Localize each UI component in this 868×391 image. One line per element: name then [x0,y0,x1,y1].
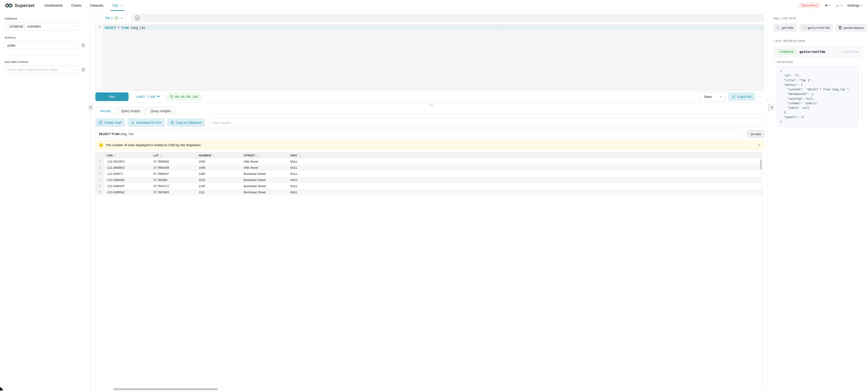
column-header-unit[interactable]: UNIT [287,154,324,157]
table-select-placeholder: Select table or type to search tables [7,68,58,71]
clock-icon [169,95,173,99]
nav-dashboards[interactable]: Dashboards [44,0,63,11]
table-row[interactable]: 1 -122.3912672 37.7690928 1550 04th Stre… [96,159,434,165]
query-preview-row: SELECT * from long_lat 1k rows [95,130,434,138]
superset-infinity-icon [5,3,13,8]
line-number: 1 [96,26,103,29]
schema-label: Schema [4,36,86,39]
sort-icons[interactable] [160,154,162,157]
table-schema-label: See table schema [4,60,86,64]
datasource-sidebar: Database postgresql examples Schema publ… [0,11,90,195]
tab-results[interactable]: Results [95,107,116,115]
nav-charts[interactable]: Charts [71,0,81,11]
schema-select[interactable]: public [4,41,79,50]
table-row[interactable]: 4 -122.4285341 37.780385 1142 Buchanan S… [96,177,434,183]
editor-toolbar: Run LIMIT: 1 000 00:00:00.189 Save [95,91,434,103]
table-row[interactable]: 5 -122.4285247 37.7803172 1140 Buchanan … [96,183,434,189]
sql-lab-app: Superset Dashboards Charts Datasets SQL … [0,0,434,195]
warning-text: The number of rows displayed is limited … [105,143,202,147]
chevron-down-icon [120,4,123,7]
main-nav: Dashboards Charts Datasets SQL [44,0,122,11]
sort-icons[interactable] [114,154,116,157]
database-label: Database [4,17,86,20]
editor-gutter: 1 [96,24,103,91]
editor-tab-strip: ⋮⋮ Tab 1 ✕ + [95,13,434,22]
table-row[interactable]: 3 -122.428577 37.7806267 1160 Buchanan S… [96,171,434,177]
brand-name: Superset [14,3,34,8]
drag-handle-icon: ⋮⋮ [98,17,103,20]
new-tab-button[interactable]: + [135,15,140,21]
run-query-button[interactable]: Run [95,92,128,101]
column-header-lon[interactable]: LON [104,154,151,157]
table-row[interactable]: 6 -122.4289542 37.7802883 1111 Buchanan … [96,189,434,195]
column-header-lat[interactable]: LAT [151,154,196,157]
chevron-down-icon [73,69,76,71]
query-preview: SELECT * from long_lat [95,130,434,138]
chevron-down-icon [74,25,76,28]
sort-icons[interactable] [213,154,215,157]
caret-down-icon [157,96,160,97]
editor-tab-title: Tab 1 [105,16,113,20]
copy-icon [170,121,174,124]
chevron-left-icon [90,106,92,109]
nav-sql[interactable]: SQL [112,0,123,11]
database-type-tag: postgresql [7,24,25,29]
table-select[interactable]: Select table or type to search tables [4,65,79,74]
results-table: LON LAT NUMBER STREET UNIT 1 -122.391267… [95,152,434,195]
sort-icons[interactable] [299,154,301,157]
download-icon [131,121,134,124]
refresh-tables-icon[interactable] [81,67,86,72]
timer-value: 00:00:00.189 [175,95,198,99]
tab-query-history[interactable]: Query history [117,107,145,115]
table-header-row: LON LAT NUMBER STREET UNIT [96,152,434,159]
sql-lab-main: ⋮⋮ Tab 1 ✕ + 1 SELECT * from long_lat Ru… [90,11,434,195]
editor-tab-1[interactable]: ⋮⋮ Tab 1 ✕ [95,13,132,22]
table-row[interactable]: 2 -122.3908502 37.7694259 1505 04th Stre… [96,165,434,171]
database-select[interactable]: postgresql examples [4,22,80,30]
sql-code-editor[interactable]: 1 SELECT * from long_lat [95,24,434,91]
limit-dropdown[interactable]: LIMIT: 1 000 [136,95,160,99]
top-navbar: Superset Dashboards Charts Datasets SQL … [0,0,434,11]
active-line-highlight [103,25,434,30]
sort-icons[interactable] [257,154,259,157]
download-csv-button[interactable]: Download to CSV [127,118,165,127]
chart-icon [99,121,102,124]
warning-icon: ! [99,143,103,147]
column-header-number[interactable]: NUMBER [196,154,241,157]
database-value: examples [27,25,41,28]
refresh-schema-icon[interactable] [81,43,86,48]
collapse-left-panel-button[interactable] [88,104,94,111]
query-timer: 00:00:00.189 [166,93,201,101]
schema-value: public [7,43,16,47]
nav-datasets[interactable]: Datasets [90,0,103,11]
filter-results-input[interactable] [209,118,434,127]
tab-query-insights[interactable]: Query Insights [146,107,176,115]
superset-logo[interactable]: Superset [5,3,34,8]
pane-resize-grip-icon[interactable] [429,103,433,106]
results-action-row: Create chart Download to CSV Copy to Cli… [95,118,434,127]
sidebar-divider [4,55,86,55]
column-header-street[interactable]: STREET [241,154,287,157]
limit-value: 1 000 [147,95,156,99]
row-limit-warning-banner: ! The number of rows displayed is limite… [95,141,434,150]
check-circle-icon [115,16,118,20]
create-chart-button[interactable]: Create chart [95,118,125,127]
results-tab-bar: Results Query history Query Insights [95,107,434,115]
limit-label: LIMIT: [136,95,146,99]
sql-statement: SELECT * from long_lat [105,26,145,30]
chevron-down-icon [73,44,76,46]
copy-clipboard-button[interactable]: Copy to Clipboard [167,118,205,127]
close-tab-icon[interactable]: ✕ [120,17,123,20]
